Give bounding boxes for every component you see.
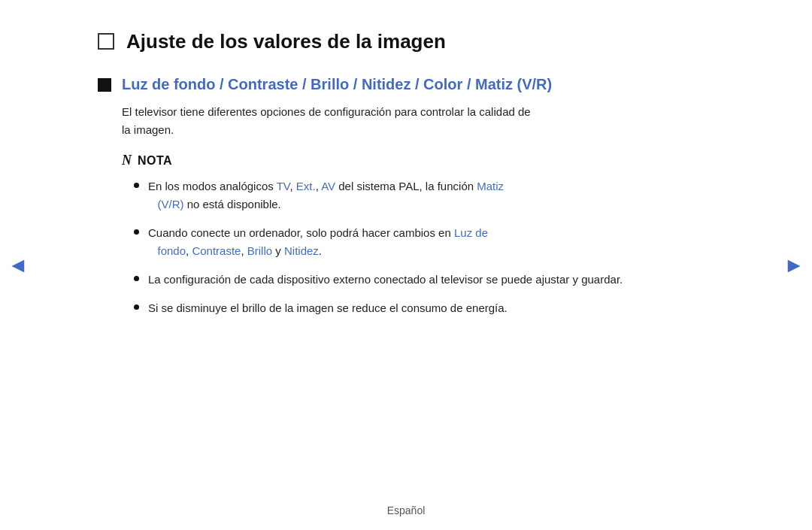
link-brillo[interactable]: Brillo — [247, 244, 272, 257]
link-contraste[interactable]: Contraste — [192, 244, 241, 257]
link-tv[interactable]: TV — [277, 180, 290, 192]
checkbox-icon — [98, 33, 114, 52]
bullet-1-text: En los modos analógicos TV, Ext., AV del… — [148, 177, 504, 214]
bullet-dot — [134, 304, 139, 310]
bullet-4-text: Si se disminuye el brillo de la imagen s… — [148, 299, 508, 317]
bullet-list: En los modos analógicos TV, Ext., AV del… — [134, 177, 714, 317]
bullet-2-text: Cuando conecte un ordenador, solo podrá … — [148, 224, 488, 260]
page-title-row: Ajuste de los valores de la imagen — [98, 30, 714, 53]
note-block: N NOTA En los modos analógicos TV, Ext.,… — [122, 153, 714, 317]
section-description: El televisor tiene diferentes opciones d… — [122, 103, 714, 139]
list-item: En los modos analógicos TV, Ext., AV del… — [134, 177, 714, 214]
bullet-dot — [134, 229, 139, 235]
bullet-3-text: La configuración de cada dispositivo ext… — [148, 271, 623, 289]
svg-rect-0 — [98, 34, 114, 49]
note-n-char: N — [122, 153, 132, 168]
section-heading-link[interactable]: Luz de fondo / Contraste / Brillo / Niti… — [122, 74, 552, 94]
footer-language: Español — [387, 504, 426, 516]
note-header: N NOTA — [122, 153, 714, 168]
page-title: Ajuste de los valores de la imagen — [126, 30, 446, 53]
list-item: Cuando conecte un ordenador, solo podrá … — [134, 224, 714, 260]
list-item: La configuración de cada dispositivo ext… — [134, 271, 714, 289]
section-heading-row: Luz de fondo / Contraste / Brillo / Niti… — [98, 74, 714, 94]
nav-arrow-left[interactable]: ◄ — [8, 253, 29, 277]
bullet-dot — [134, 183, 139, 188]
link-nitidez[interactable]: Nitidez — [284, 244, 319, 257]
bullet-dot — [134, 276, 139, 281]
link-av[interactable]: AV — [321, 180, 335, 192]
page-container: ◄ ► Ajuste de los valores de la imagen L… — [0, 0, 812, 530]
link-ext[interactable]: Ext. — [296, 180, 316, 192]
content-area: Ajuste de los valores de la imagen Luz d… — [38, 0, 774, 359]
nav-arrow-right[interactable]: ► — [783, 253, 804, 277]
section-marker — [98, 78, 111, 92]
footer: Español — [0, 504, 812, 516]
note-label: NOTA — [138, 154, 172, 168]
list-item: Si se disminuye el brillo de la imagen s… — [134, 299, 714, 317]
